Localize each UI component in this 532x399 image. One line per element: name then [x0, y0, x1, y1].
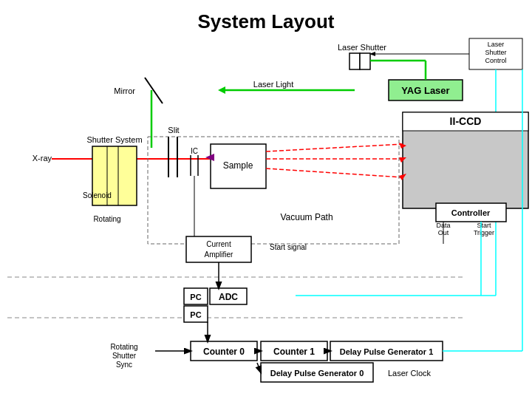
rotating-shutter-sync-label3: Sync [116, 361, 132, 369]
rotating-label: Rotating [93, 215, 120, 223]
ii-ccd-label: II-CCD [450, 115, 482, 127]
start-trigger-label1: Start [477, 222, 491, 229]
pc2-label: PC [190, 310, 201, 319]
delay-gen1-label: Delay Pulse Generator 1 [340, 347, 434, 356]
scatter-line1 [266, 144, 403, 151]
xray-label: X-ray [33, 154, 52, 163]
laser-shutter-control-label2: Shutter [485, 49, 506, 56]
page-title: System Layout [198, 10, 335, 33]
laser-shutter-symbol [349, 53, 360, 69]
laser-light-label: Laser Light [253, 80, 293, 89]
counter0-label: Counter 0 [203, 347, 245, 357]
counter1-label: Counter 1 [273, 347, 315, 357]
sample-label: Sample [223, 160, 253, 171]
delay-gen0-label: Delay Pulse Generator 0 [270, 369, 364, 378]
start-signal-label: Start signal [270, 243, 307, 251]
vacuum-path-label: Vacuum Path [280, 212, 332, 222]
mirror-label: Mirror [114, 86, 135, 95]
controller-label: Controller [451, 208, 491, 217]
mirror-line [145, 78, 163, 103]
yag-laser-label: YAG Laser [401, 85, 449, 96]
current-amp-label2: Amplifier [205, 250, 234, 259]
pc1-label: PC [190, 293, 201, 301]
start-trigger-label2: Trigger [474, 229, 494, 236]
current-amp-label1: Current [206, 240, 231, 248]
laser-shutter-control-label: Laser [488, 41, 505, 48]
vacuum-path-border [148, 137, 399, 244]
laser-shutter-symbol2 [360, 53, 370, 69]
ic-label: IC [191, 147, 198, 155]
sample-arrow [205, 154, 214, 161]
laser-shutter-control-label3: Control [485, 57, 506, 64]
scatter-line3 [266, 168, 403, 177]
adc-label: ADC [219, 292, 238, 302]
rotating-shutter-sync-label2: Shutter [112, 352, 137, 360]
laser-shutter-label: Laser Shutter [338, 43, 386, 52]
slit-label: Slit [168, 126, 179, 134]
laser-clock-label: Laser Clock [388, 369, 432, 378]
rotating-shutter-sync-label1: Rotating [110, 343, 137, 351]
solenoid-label: Solenoid [83, 191, 112, 200]
shutter-system-label: Shutter System [86, 135, 142, 144]
laser-light-arrow [218, 86, 225, 94]
